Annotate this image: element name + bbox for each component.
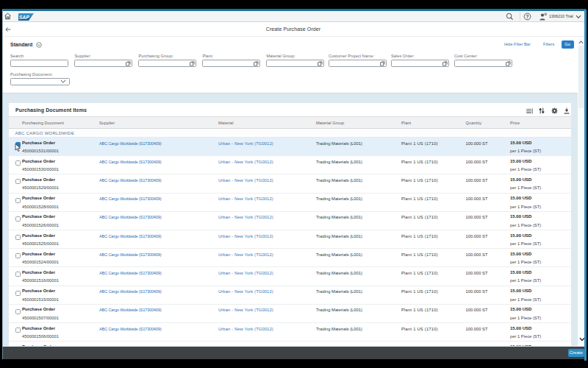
svg-text:SAP: SAP	[19, 14, 29, 19]
svg-text:?: ?	[526, 14, 528, 19]
